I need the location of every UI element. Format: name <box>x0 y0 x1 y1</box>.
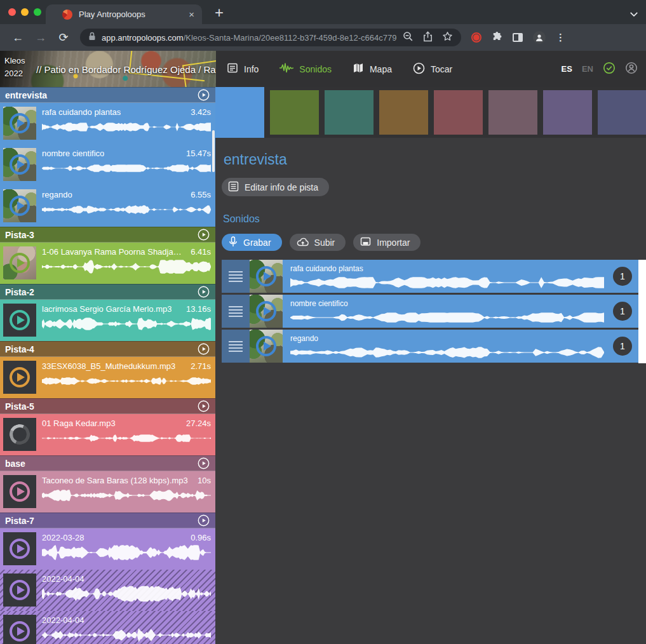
waveform[interactable] <box>290 309 604 326</box>
play-icon[interactable] <box>10 621 30 641</box>
track-play-icon[interactable] <box>198 343 210 355</box>
waveform[interactable] <box>42 119 211 135</box>
track-play-icon[interactable] <box>198 514 210 527</box>
close-window-button[interactable] <box>8 8 16 16</box>
sound-thumbnail[interactable] <box>3 475 36 508</box>
sound-item[interactable]: lacrimosa Sergio García Merlo.mp313.16s <box>0 300 215 341</box>
play-icon[interactable] <box>10 539 30 559</box>
track-play-icon[interactable] <box>198 457 210 469</box>
track-play-icon[interactable] <box>198 89 210 101</box>
sound-thumbnail[interactable] <box>3 361 36 394</box>
sound-item-pending[interactable]: 2022-04-04 <box>0 611 215 644</box>
track-header[interactable]: Pista-5 <box>0 398 215 414</box>
sound-thumbnail[interactable] <box>3 148 36 181</box>
project-title[interactable]: Kleos 2022 <box>4 55 25 79</box>
track-color-tab[interactable] <box>434 90 483 135</box>
url-text[interactable]: app.antropoloops.com/Kleos-Santa-Marina/… <box>102 33 396 43</box>
track-color-tab[interactable] <box>325 90 373 135</box>
waveform[interactable] <box>42 487 211 504</box>
sound-item-pending[interactable]: 2022-04-04 <box>0 570 215 611</box>
profile-avatar-icon[interactable] <box>533 31 546 44</box>
sound-count-badge[interactable]: 1 <box>613 337 632 356</box>
sound-item[interactable]: 01 Raga Kedar.mp327.24s <box>0 414 215 455</box>
sound-thumbnail[interactable] <box>3 532 36 565</box>
side-panel-icon[interactable] <box>513 33 523 42</box>
track-header[interactable]: Pista-2 <box>0 284 215 300</box>
tab-mapa[interactable]: Mapa <box>353 62 392 76</box>
sound-thumbnail[interactable] <box>3 304 36 337</box>
lang-es[interactable]: ES <box>562 64 572 74</box>
share-icon[interactable] <box>423 31 433 44</box>
browser-tab[interactable]: Play Antropoloops × <box>46 4 202 24</box>
track-color-tab[interactable] <box>543 90 592 135</box>
account-person-icon[interactable] <box>625 62 638 77</box>
record-extension-icon[interactable] <box>471 32 481 43</box>
play-icon[interactable] <box>256 336 276 356</box>
sound-item[interactable]: nombre cientifico15.47s <box>0 144 215 185</box>
play-icon[interactable] <box>256 301 276 321</box>
track-color-tab[interactable] <box>215 87 264 138</box>
track-color-tab[interactable] <box>598 90 646 135</box>
waveform[interactable] <box>42 586 211 602</box>
record-button[interactable]: Grabar <box>222 234 282 251</box>
list-scrollbar-track[interactable] <box>638 260 646 363</box>
play-icon[interactable] <box>10 253 30 273</box>
sound-thumbnail[interactable] <box>3 107 36 140</box>
waveform[interactable] <box>290 274 604 291</box>
sound-thumbnail[interactable] <box>3 615 36 644</box>
drag-handle[interactable] <box>222 330 250 363</box>
forward-icon[interactable]: → <box>32 31 49 44</box>
sound-item[interactable]: 2022-03-280.96s <box>0 528 215 570</box>
waveform[interactable] <box>42 544 211 561</box>
tab-info[interactable]: Info <box>227 62 259 76</box>
track-color-tab[interactable] <box>488 90 537 135</box>
play-icon[interactable] <box>10 310 30 330</box>
upload-button[interactable]: Subir <box>290 234 346 251</box>
tab-tocar[interactable]: Tocar <box>413 62 452 76</box>
play-icon[interactable] <box>256 266 276 286</box>
sidebar-scrollbar-thumb[interactable] <box>212 130 215 172</box>
track-play-icon[interactable] <box>198 229 210 241</box>
waveform[interactable] <box>42 373 211 389</box>
zoom-out-icon[interactable] <box>403 31 414 44</box>
waveform[interactable] <box>42 430 211 446</box>
tab-sonidos[interactable]: Sonidos <box>279 62 332 76</box>
edit-track-info-button[interactable]: Editar info de pista <box>222 178 329 196</box>
track-header[interactable]: Pista-3 <box>0 227 215 243</box>
sound-thumbnail[interactable] <box>250 330 283 363</box>
waveform[interactable] <box>42 160 211 177</box>
sound-item[interactable]: Taconeo de Sara Baras (128 kbps).mp310s <box>0 471 215 513</box>
minimize-window-button[interactable] <box>21 8 29 16</box>
track-play-icon[interactable] <box>198 400 210 412</box>
sound-thumbnail[interactable] <box>3 189 36 222</box>
waveform[interactable] <box>42 627 211 643</box>
sound-item[interactable]: rafa cuidando plantas3.42s <box>0 103 215 144</box>
sound-thumbnail[interactable] <box>3 246 36 279</box>
track-header[interactable]: entrevista <box>0 87 215 103</box>
play-icon[interactable] <box>10 481 30 502</box>
play-icon[interactable] <box>10 580 30 600</box>
import-button[interactable]: Importar <box>353 234 421 251</box>
project-map-thumbnail[interactable]: Kleos 2022 // Patio en Bordador Rodrígue… <box>0 51 216 87</box>
drag-handle[interactable] <box>222 260 250 293</box>
lang-en[interactable]: EN <box>582 64 593 74</box>
extensions-puzzle-icon[interactable] <box>492 31 502 44</box>
check-circle-icon[interactable] <box>603 62 616 77</box>
play-icon[interactable] <box>10 367 30 387</box>
sound-row[interactable]: nombre cientifico 1 <box>222 295 638 328</box>
sound-thumbnail[interactable] <box>3 418 36 451</box>
track-header[interactable]: Pista-7 <box>0 513 215 528</box>
sound-row[interactable]: rafa cuidando plantas 1 <box>222 260 638 293</box>
reload-icon[interactable]: ⟳ <box>55 30 72 44</box>
waveform[interactable] <box>42 201 211 218</box>
play-icon[interactable] <box>10 196 30 216</box>
sound-item[interactable]: 33ESX6038_B5_Muthedukkum.mp32.71s <box>0 357 215 398</box>
waveform[interactable] <box>42 316 211 332</box>
track-color-tab[interactable] <box>270 90 319 135</box>
address-bar[interactable]: app.antropoloops.com/Kleos-Santa-Marina/… <box>80 29 461 46</box>
track-play-icon[interactable] <box>198 286 210 298</box>
back-icon[interactable]: ← <box>10 31 26 44</box>
tab-close-icon[interactable]: × <box>189 10 194 19</box>
sound-count-badge[interactable]: 1 <box>613 267 632 286</box>
browser-menu-icon[interactable]: ⋮ <box>556 32 565 43</box>
